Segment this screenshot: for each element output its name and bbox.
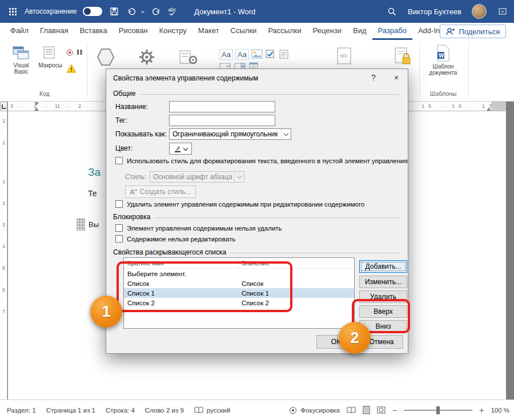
document-title: Документ1 - Word xyxy=(194,0,255,23)
zoom-in-icon[interactable]: + xyxy=(479,406,484,415)
section-general: Общие xyxy=(113,90,399,98)
status-words[interactable]: Слово 2 из 9 xyxy=(145,407,184,414)
rich-text-control-icon[interactable]: Аа xyxy=(219,49,233,60)
name-input[interactable] xyxy=(169,101,275,112)
tab-developer[interactable]: Разрабо xyxy=(372,23,412,40)
xml-schema-icon[interactable]: </> xyxy=(336,47,353,66)
first-line-indent-marker[interactable] xyxy=(34,102,39,106)
language-item[interactable]: русский xyxy=(194,406,230,414)
right-indent-marker[interactable] xyxy=(487,107,491,111)
web-layout-icon[interactable] xyxy=(377,406,386,414)
zoom-slider-knob[interactable] xyxy=(436,406,440,414)
macros-button[interactable]: Макросы xyxy=(37,46,64,68)
plain-text-control-icon[interactable]: Аа xyxy=(235,49,249,60)
user-name[interactable]: Виктор Бухтеев xyxy=(408,7,461,16)
checkbox-control-icon[interactable] xyxy=(265,49,275,59)
focus-label: Фокусировка xyxy=(300,407,340,414)
focus-mode-button[interactable]: Фокусировка xyxy=(289,406,340,414)
tab-mailings[interactable]: Рассылки xyxy=(262,23,307,40)
word-addins-icon[interactable] xyxy=(179,49,198,66)
addins-icon[interactable] xyxy=(95,47,117,67)
share-button[interactable]: Поделиться xyxy=(440,25,506,38)
code-group-label: Код xyxy=(5,90,85,97)
com-addins-gear-icon[interactable] xyxy=(138,49,155,66)
ruler-numbers-left-content: 1 · 2 xyxy=(55,103,85,109)
no-delete-checkbox[interactable] xyxy=(115,224,123,232)
user-avatar[interactable] xyxy=(472,4,487,19)
use-style-checkbox[interactable] xyxy=(115,157,123,164)
add-button[interactable]: Добавить... xyxy=(359,260,407,273)
search-icon[interactable] xyxy=(386,6,397,17)
tab-home[interactable]: Главная xyxy=(34,23,74,40)
zoom-out-icon[interactable]: − xyxy=(392,406,397,415)
tab-design[interactable]: Констру xyxy=(154,23,192,40)
dialog-title: Свойства элемента управления содержимым xyxy=(113,74,258,82)
tab-insert[interactable]: Вставка xyxy=(74,23,113,40)
visual-basic-button[interactable]: Visual Basic xyxy=(7,46,35,75)
pause-recording-icon[interactable] xyxy=(75,48,83,56)
ribbon-divider xyxy=(419,42,420,97)
no-edit-checkbox[interactable] xyxy=(115,235,123,243)
content-control-handle[interactable] xyxy=(77,219,85,231)
remove-on-edit-checkbox[interactable] xyxy=(115,200,123,208)
tab-review[interactable]: Рецензи xyxy=(307,23,347,40)
share-icon xyxy=(446,27,455,35)
dialog-help-icon[interactable]: ? xyxy=(363,69,384,86)
use-style-label: Использовать стиль для форматирования те… xyxy=(127,158,408,164)
read-mode-icon[interactable] xyxy=(347,406,356,414)
new-style-button: A Создать стиль... xyxy=(125,185,196,198)
undo-icon[interactable] xyxy=(126,6,138,17)
tab-draw[interactable]: Рисован xyxy=(113,23,154,40)
status-bar: Раздел: 1 Страница 1 из 1 Строка: 4 Слов… xyxy=(0,399,514,420)
color-picker-button[interactable] xyxy=(169,143,192,155)
tab-references[interactable]: Ссылки xyxy=(225,23,263,40)
tab-layout[interactable]: Макет xyxy=(192,23,225,40)
redo-icon[interactable] xyxy=(150,6,162,17)
tab-view[interactable]: Вид xyxy=(347,23,372,40)
print-layout-icon[interactable] xyxy=(363,406,370,414)
document-heading-text[interactable]: За xyxy=(88,166,101,179)
status-page[interactable]: Страница 1 из 1 xyxy=(46,407,95,414)
restrict-editing-icon[interactable] xyxy=(394,47,411,66)
focus-icon xyxy=(289,406,297,414)
tag-input[interactable] xyxy=(169,115,275,126)
document-template-button[interactable]: W Шаблон документа xyxy=(425,45,461,76)
zoom-level[interactable]: 100 % xyxy=(491,407,509,414)
no-delete-label: Элемент управления содержимым нельзя уда… xyxy=(127,225,282,232)
ribbon-display-options-icon[interactable] xyxy=(497,6,508,17)
no-delete-row: Элемент управления содержимым нельзя уда… xyxy=(115,224,282,232)
status-line[interactable]: Строка: 4 xyxy=(106,407,135,414)
share-label: Поделиться xyxy=(459,27,500,36)
document-body-text[interactable]: Те xyxy=(88,189,97,198)
annotation-step-2: 2 xyxy=(339,322,371,354)
content-control-text[interactable]: Вы xyxy=(89,220,99,229)
color-fill-icon xyxy=(174,145,182,153)
remove-on-edit-label: Удалить элемент управления содержимым пр… xyxy=(127,201,364,208)
building-block-control-icon[interactable] xyxy=(279,49,289,59)
hanging-indent-marker[interactable] xyxy=(34,107,39,111)
svg-text:</>: </> xyxy=(340,53,347,59)
picture-control-icon[interactable] xyxy=(251,49,263,59)
combo-dropdown-icon xyxy=(234,172,244,182)
undo-dropdown-icon[interactable] xyxy=(142,10,145,13)
zoom-slider[interactable] xyxy=(404,410,472,411)
status-section[interactable]: Раздел: 1 xyxy=(7,407,36,414)
tab-selector[interactable] xyxy=(0,102,7,111)
modify-button[interactable]: Изменить... xyxy=(359,276,407,288)
quick-access-grid-icon[interactable] xyxy=(7,6,18,17)
annotation-step-1: 1 xyxy=(90,296,122,328)
name-label: Название: xyxy=(115,103,148,111)
autosave-toggle[interactable] xyxy=(83,7,102,16)
record-macro-icon[interactable] xyxy=(65,48,74,57)
v-ruler-number: 3 xyxy=(0,222,7,228)
dialog-close-icon[interactable]: × xyxy=(386,69,407,86)
word-application-window: Автосохранение abc Документ1 - Word Викт… xyxy=(0,0,514,420)
macro-security-icon[interactable] xyxy=(66,64,77,73)
tab-file[interactable]: Файл xyxy=(5,23,34,40)
color-label: Цвет: xyxy=(115,144,132,152)
save-icon[interactable] xyxy=(109,6,120,17)
section-dropdown-properties: Свойства раскрывающегося списка xyxy=(113,248,399,256)
show-as-combobox[interactable]: Ограничивающий прямоугольник xyxy=(169,128,291,140)
spelling-check-icon[interactable]: abc xyxy=(168,7,176,15)
combo-dropdown-icon[interactable] xyxy=(281,129,291,139)
